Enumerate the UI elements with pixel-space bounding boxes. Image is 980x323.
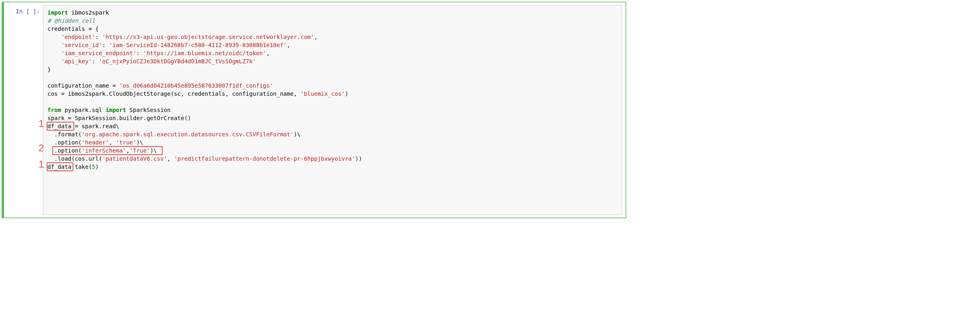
code-text: SparkSession <box>126 107 171 113</box>
code-text: ) <box>95 164 99 170</box>
indent <box>47 58 61 65</box>
module-name: ibmos2spark <box>68 9 109 16</box>
string: 'https://s3-api.us-geo.objectstorage.ser… <box>102 34 314 40</box>
code-text: )\ <box>136 139 143 146</box>
code-text: , <box>287 42 290 48</box>
code-text: spark = SparkSession.builder.getOrCreate… <box>47 115 191 121</box>
code-text: , <box>167 155 174 162</box>
string: 'predictfailurepattern-donotdelete-pr-6h… <box>174 155 355 162</box>
string: 'header' <box>82 139 109 146</box>
code-text: )\ <box>294 131 301 138</box>
string: 'True' <box>129 147 150 154</box>
code-text: ) <box>345 90 348 97</box>
code-text: configuration_name = <box>47 82 119 89</box>
input-prompt: In [ ]: <box>4 5 43 215</box>
keyword-import: import <box>47 9 68 16</box>
string: 'iam-ServiceId-148268b7-c580-4112-8939-8… <box>109 42 287 48</box>
code-text: , <box>314 34 317 40</box>
string: 'inferSchema' <box>82 147 126 154</box>
code-text: .option( <box>47 139 82 146</box>
string: 'endpoint' <box>61 34 95 40</box>
prompt-text: In [ ]: <box>16 8 40 15</box>
code-text: cos = ibmos2spark.CloudObjectStorage(sc,… <box>47 90 301 97</box>
number: 5 <box>92 164 95 170</box>
string: 'service_id' <box>61 42 102 48</box>
code-text: : <box>95 34 102 40</box>
code-text: )) <box>355 155 362 162</box>
notebook-cell: In [ ]: import ibmos2spark # @hidden_cel… <box>2 2 626 218</box>
string: 'patientdataV6.csv' <box>102 155 167 162</box>
keyword-from: from <box>47 107 61 113</box>
string: 'https://iam.bluemix.net/oidc/token' <box>143 50 266 56</box>
code-text: : <box>136 50 143 56</box>
code-text: , <box>109 139 116 146</box>
indent <box>47 42 61 48</box>
string: 'bluemix_cos' <box>301 90 345 97</box>
indent <box>47 50 61 56</box>
string: 'oC_njxPyioCZJe3DktDGgYBd4dO1mBJC_tVsSOg… <box>99 58 256 65</box>
keyword-import: import <box>105 107 126 113</box>
code-text: df_data.take( <box>47 164 92 170</box>
indent <box>47 34 61 40</box>
code-text: .load(cos.url( <box>47 155 102 162</box>
string: 'true' <box>116 139 137 146</box>
code-text: .format( <box>47 131 82 138</box>
code-text: credentials = { <box>47 26 99 32</box>
comment: # @hidden_cell <box>47 17 95 24</box>
code-text: : <box>92 58 99 65</box>
code-text: , <box>266 50 269 56</box>
string: 'api_key' <box>61 58 92 65</box>
code-input[interactable]: import ibmos2spark # @hidden_cell creden… <box>43 5 622 215</box>
code-text: )\ <box>150 147 157 154</box>
code-text: .option( <box>47 147 82 154</box>
code-text: } <box>47 66 51 73</box>
code-text: : <box>102 42 109 48</box>
string: 'os_d06a6d04210b45e895e587633007f1df_con… <box>119 82 273 89</box>
code-text: pyspark.sql <box>61 107 106 113</box>
string: 'org.apache.spark.sql.execution.datasour… <box>82 131 294 138</box>
string: 'iam_service_endpoint' <box>61 50 136 56</box>
code-text: df_data = spark.read\ <box>47 123 119 129</box>
